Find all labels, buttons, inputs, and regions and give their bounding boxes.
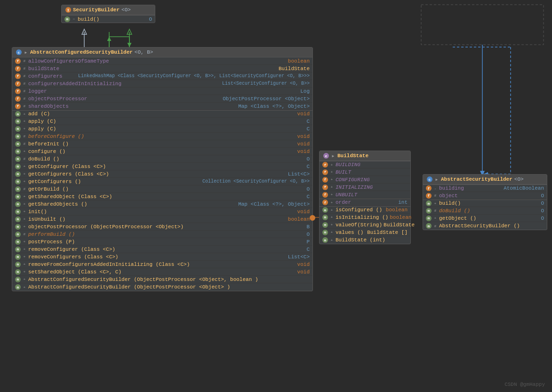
method-icon: m	[64, 16, 70, 22]
diagram-canvas: I SecurityBuilder <O> m ~ build() O c ▶ …	[0, 0, 552, 392]
asb-constructor: m # AbstractSecurityBuilder ()	[423, 222, 547, 230]
method-getSharedObject: m + getSharedObject (Class <C>) C	[12, 193, 312, 200]
field-allowConfigurers: f # allowConfigurersOfSameType boolean	[12, 57, 312, 65]
abstract-security-builder-box: c ▶ AbstractSecurityBuilder <O> f - buil…	[423, 174, 547, 230]
method-removeConfigurer: m + removeConfigurer (Class <C>) C	[12, 246, 312, 253]
enum-configuring: f + CONFIGURING	[320, 176, 410, 184]
method-setSharedObject: m + setSharedObject (Class <C>, C) void	[12, 268, 312, 276]
field-sharedObjects: f # sharedObjects Map <Class <?>, Object…	[12, 103, 312, 110]
method-valueOf: m + valueOf(String) BuildState	[320, 221, 410, 229]
method-getSharedObjects: m + getSharedObjects () Map <Class <?>, …	[12, 200, 312, 208]
enum-icon: e	[323, 153, 329, 159]
build-state-box: e ▶ BuildState f + BUILDING f + BUILT f …	[319, 151, 411, 244]
method-getConfigurers1: m + getConfigurers (Class <C>) List<C>	[12, 170, 312, 178]
class-icon: c	[16, 49, 22, 55]
connection-dot	[310, 215, 315, 221]
method-getOrBuild: m # getOrBuild () O	[12, 185, 312, 193]
svg-rect-12	[421, 5, 544, 45]
method-doBuild: m # doBuild () O	[12, 155, 312, 163]
interface-icon: I	[65, 7, 71, 13]
method-getConfigurers2: m + getConfigurers () Collection <Securi…	[12, 178, 312, 185]
field-objectPostProcessor: f # objectPostProcessor ObjectPostProces…	[12, 95, 312, 103]
asb-type-params: <O>	[514, 176, 524, 182]
method-performBuild: m # performBuild () O	[12, 231, 312, 238]
asb-method-build: m + build() O	[423, 200, 547, 207]
method-init: m + init() void	[12, 208, 312, 216]
field-buildState: f # buildState BuildState	[12, 65, 312, 72]
security-builder-title: SecurityBuilder	[73, 7, 120, 13]
asb-method-doBuild: m # doBuild () O	[423, 207, 547, 215]
svg-marker-9	[82, 29, 87, 34]
enum-building: f + BUILDING	[320, 161, 410, 168]
svg-marker-11	[127, 29, 132, 34]
asb-method-getObject: m + getObject () O	[423, 215, 547, 222]
constructor-acsb2: m + AbstractConfiguredSecurityBuilder (O…	[12, 283, 312, 291]
method-isConfigured: m + isConfigured () boolean	[320, 206, 410, 214]
method-removeConfigurers: m + removeConfigurers (Class <C>) List<C…	[12, 253, 312, 261]
method-values: m + values () BuildState []	[320, 229, 410, 236]
security-builder-header: I SecurityBuilder <O>	[62, 5, 155, 15]
build-state-header: e ▶ BuildState	[320, 151, 410, 161]
watermark: CSDN @gmHappy	[504, 382, 545, 387]
field-configurersAdded: f # configurersAddedInInitializing List<…	[12, 80, 312, 88]
abstract-configured-security-builder-box: c ▶ AbstractConfiguredSecurityBuilder <O…	[12, 47, 313, 291]
enum-initializing: f + INITIALIZING	[320, 184, 410, 191]
method-beforeConfigure: m # beforeConfigure () void	[12, 133, 312, 140]
security-builder-box: I SecurityBuilder <O> m ~ build() O	[61, 5, 155, 23]
field-logger: f # logger Log	[12, 88, 312, 95]
build-state-title: BuildState	[337, 153, 368, 159]
field-order: f + order int	[320, 199, 410, 206]
method-removeFromConfigurers: m + removeFromConfigurersAddedInInitiali…	[12, 261, 312, 268]
method-beforeInit: m # beforeInit () void	[12, 140, 312, 148]
field-configurers: f # configurers LinkedHashMap <Class <Se…	[12, 72, 312, 80]
method-configure: m + configure () void	[12, 148, 312, 155]
field-building: f - building AtomicBoolean	[423, 184, 547, 192]
method-objectPostProcessor: m + objectPostProcessor (ObjectPostProce…	[12, 223, 312, 231]
method-postProcess: m + postProcess (P) P	[12, 238, 312, 246]
method-isUnbuilt: m + isUnbuilt () boolean	[12, 216, 312, 223]
enum-unbuilt: f + UNBUILT	[320, 191, 410, 199]
field-object: f # object O	[423, 192, 547, 200]
asb-header: c ▶ AbstractSecurityBuilder <O>	[423, 175, 547, 184]
enum-built: f + BUILT	[320, 168, 410, 176]
constructor-buildstate: m + BuildState (int)	[320, 236, 410, 244]
asb-title: AbstractSecurityBuilder	[441, 176, 512, 182]
security-builder-type-params: <O>	[121, 7, 131, 13]
method-add: m + add (C) void	[12, 110, 312, 118]
acsb-title: AbstractConfiguredSecurityBuilder	[30, 49, 133, 55]
class-icon-asb: c	[427, 176, 432, 182]
method-apply2: m + apply (C) C	[12, 125, 312, 133]
acsb-type-params: <O, B>	[135, 49, 153, 55]
method-isInitializing: m + isInitializing () boolean	[320, 214, 410, 221]
security-builder-method-build: m ~ build() O	[62, 15, 155, 23]
method-apply1: m + apply (C) C	[12, 118, 312, 125]
method-getConfigurer: m + getConfigurer (Class <C>) C	[12, 163, 312, 170]
constructor-acsb1: m + AbstractConfiguredSecurityBuilder (O…	[12, 276, 312, 283]
acsb-header: c ▶ AbstractConfiguredSecurityBuilder <O…	[12, 48, 312, 57]
